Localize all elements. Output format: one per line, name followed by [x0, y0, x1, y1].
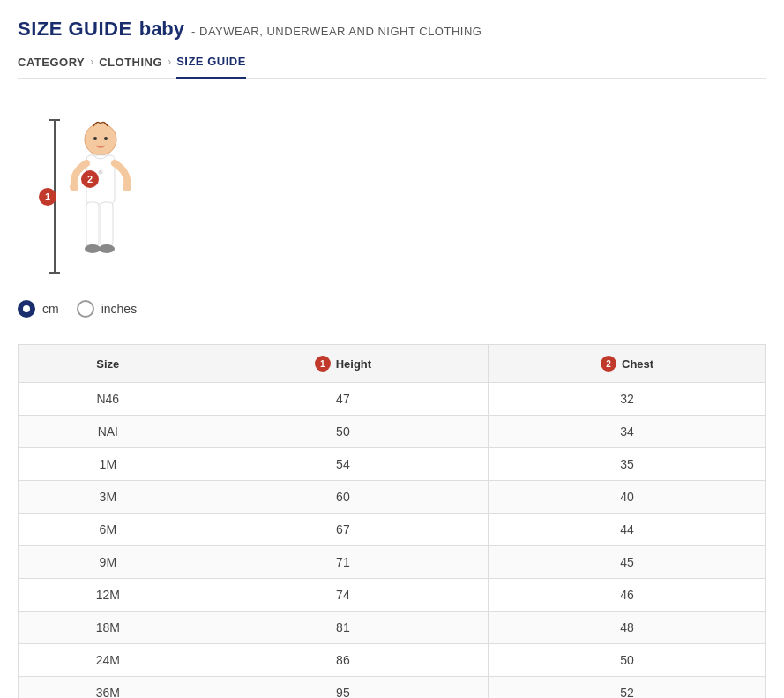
- svg-rect-8: [101, 202, 113, 246]
- table-row: 24M8650: [19, 644, 766, 677]
- size-table: Size 1 Height 2 Chest N464732NAI50341M54…: [18, 344, 766, 698]
- cell-height: 47: [198, 383, 488, 416]
- cell-height: 71: [198, 546, 488, 579]
- breadcrumb: CATEGORY › CLOTHING › SIZE GUIDE: [18, 55, 766, 79]
- svg-point-6: [123, 183, 131, 191]
- cell-size: 9M: [19, 546, 198, 579]
- svg-point-5: [70, 183, 78, 191]
- table-row: NAI5034: [19, 416, 766, 448]
- cell-height: 50: [198, 416, 488, 448]
- chest-badge: 2: [601, 356, 616, 372]
- svg-point-9: [85, 244, 101, 253]
- cell-chest: 34: [489, 416, 766, 448]
- table-row: 9M7145: [19, 546, 766, 579]
- table-row: 12M7446: [19, 579, 766, 612]
- breadcrumb-clothing[interactable]: CLOTHING: [99, 56, 162, 69]
- cell-height: 60: [198, 481, 488, 514]
- breadcrumb-size-guide[interactable]: SIZE GUIDE: [176, 55, 246, 79]
- cm-option[interactable]: cm: [18, 300, 59, 318]
- svg-point-2: [104, 137, 108, 140]
- inches-option[interactable]: inches: [77, 300, 137, 318]
- table-row: 18M8148: [19, 612, 766, 644]
- cell-chest: 45: [489, 546, 766, 579]
- table-header-row: Size 1 Height 2 Chest: [19, 345, 766, 383]
- cell-size: 6M: [19, 514, 198, 546]
- breadcrumb-separator-1: ›: [90, 56, 93, 68]
- page-title-section: SIZE GUIDE baby - DAYWEAR, UNDERWEAR AND…: [18, 18, 766, 41]
- svg-point-1: [93, 137, 97, 140]
- height-badge: 1: [315, 356, 331, 372]
- cell-height: 74: [198, 579, 488, 612]
- col-header-size: Size: [19, 345, 198, 383]
- figure-area: 1: [18, 106, 766, 282]
- page-container: SIZE GUIDE baby - DAYWEAR, UNDERWEAR AND…: [0, 0, 784, 698]
- svg-point-0: [85, 124, 116, 155]
- cell-size: N46: [19, 383, 198, 416]
- cell-height: 95: [198, 677, 488, 699]
- cell-height: 67: [198, 514, 488, 546]
- inches-label: inches: [101, 302, 137, 316]
- cell-height: 81: [198, 612, 488, 644]
- badge-1-height: 1: [39, 188, 56, 206]
- baby-figure-container: 1: [18, 110, 150, 282]
- cell-size: 1M: [19, 448, 198, 481]
- table-body: N464732NAI50341M54353M60406M67449M714512…: [19, 383, 766, 699]
- breadcrumb-separator-2: ›: [168, 56, 171, 68]
- title-baby: baby: [139, 18, 184, 41]
- col-header-height: 1 Height: [198, 345, 488, 383]
- cm-label: cm: [42, 302, 59, 316]
- table-row: 3M6040: [19, 481, 766, 514]
- col-header-chest: 2 Chest: [489, 345, 766, 383]
- svg-point-10: [99, 244, 115, 253]
- title-subtitle: - DAYWEAR, UNDERWEAR AND NIGHT CLOTHING: [191, 25, 482, 38]
- cell-chest: 40: [489, 481, 766, 514]
- inches-radio[interactable]: [77, 300, 94, 318]
- table-row: 1M5435: [19, 448, 766, 481]
- cell-height: 86: [198, 644, 488, 677]
- unit-toggle: cm inches: [18, 300, 766, 318]
- cell-chest: 52: [489, 677, 766, 699]
- breadcrumb-category[interactable]: CATEGORY: [18, 56, 85, 69]
- cell-chest: 44: [489, 514, 766, 546]
- cell-size: 12M: [19, 579, 198, 612]
- baby-illustration: [55, 115, 143, 282]
- cell-chest: 32: [489, 383, 766, 416]
- table-row: N464732: [19, 383, 766, 416]
- cell-size: NAI: [19, 416, 198, 448]
- cell-size: 3M: [19, 481, 198, 514]
- cm-radio[interactable]: [18, 300, 35, 318]
- cell-size: 36M: [19, 677, 198, 699]
- cell-size: 18M: [19, 612, 198, 644]
- svg-point-4: [99, 170, 103, 175]
- cell-chest: 35: [489, 448, 766, 481]
- cell-size: 24M: [19, 644, 198, 677]
- cell-height: 54: [198, 448, 488, 481]
- cell-chest: 48: [489, 612, 766, 644]
- title-size-guide: SIZE GUIDE: [18, 18, 132, 41]
- table-row: 36M9552: [19, 677, 766, 699]
- badge-2-chest: 2: [81, 170, 99, 188]
- cell-chest: 50: [489, 644, 766, 677]
- svg-rect-7: [86, 202, 99, 246]
- table-row: 6M6744: [19, 514, 766, 546]
- cell-chest: 46: [489, 579, 766, 612]
